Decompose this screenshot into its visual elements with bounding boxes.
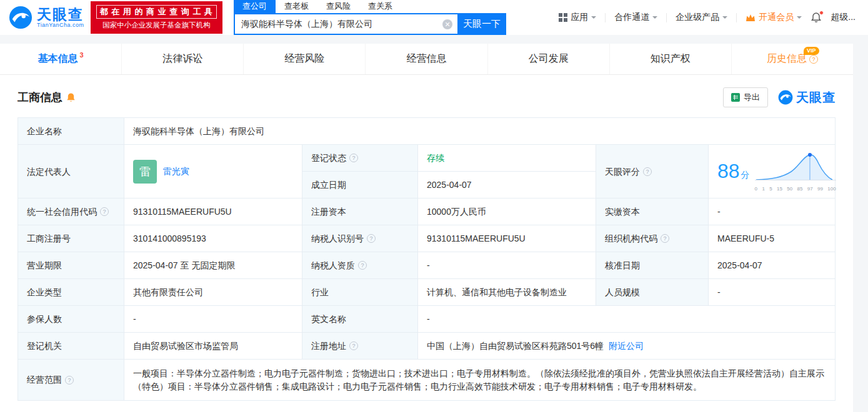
tab-history-info[interactable]: VIP 历史信息 — [732, 44, 853, 74]
table-row: 参保人数 - 英文名称 - — [18, 306, 836, 333]
reg-authority-value: 自由贸易试验区市场监管局 — [124, 333, 302, 360]
field-label: 参保人数 — [18, 306, 124, 333]
nav-open-vip[interactable]: 开通会员 — [746, 12, 802, 23]
main-container: 基本信息 3 法律诉讼 经营风险 经营信息 公司发展 知识产权 VIP 历史信息… — [0, 44, 853, 412]
field-label: 纳税人资质 — [302, 252, 418, 279]
field-label: 法定代表人 — [18, 145, 124, 199]
tab-intellectual-property[interactable]: 知识产权 — [610, 44, 732, 74]
score-unit: 分 — [741, 170, 750, 180]
tianyan-score-cell[interactable]: 88分 01 — [709, 145, 836, 199]
field-label: 登记机关 — [18, 333, 124, 360]
org-code-value: MAEERUFU-5 — [709, 225, 836, 252]
help-icon[interactable] — [358, 261, 367, 270]
paid-capital-value: - — [709, 199, 836, 225]
field-label: 英文名称 — [302, 306, 418, 333]
tab-label: 经营信息 — [406, 52, 446, 66]
staff-size-value: - — [709, 279, 836, 306]
reg-status-value: 存续 — [418, 145, 596, 172]
field-label: 实缴资本 — [596, 199, 709, 225]
chevron-down-icon — [652, 16, 657, 21]
field-label: 登记状态 — [302, 145, 418, 172]
nav-super-label: 超级... — [831, 12, 856, 23]
chevron-down-icon — [722, 16, 727, 21]
brand-slogan-badge: 都 在 用 的 商 业 查 询 工 具 国家中小企业发展子基金旗下机构 — [91, 1, 223, 33]
help-icon[interactable] — [100, 207, 109, 216]
divider — [605, 13, 606, 22]
table-row: 企业类型 其他有限责任公司 行业 计算机、通信和其他电子设备制造业 人员规模 - — [18, 279, 836, 306]
watermark-brand: 天眼查 — [778, 89, 836, 106]
industry-value: 计算机、通信和其他电子设备制造业 — [418, 279, 596, 306]
table-row: 经营范围 一般项目：半导体分立器件制造；电力电子元器件制造；货物进出口；技术进出… — [18, 360, 836, 401]
help-icon[interactable] — [367, 234, 376, 243]
table-row: 工商注册号 310141000895193 纳税人识别号 91310115MAE… — [18, 225, 836, 252]
search-tab-company[interactable]: 查公司 — [234, 0, 276, 13]
tab-operational-risk[interactable]: 经营风险 — [244, 44, 366, 74]
clear-search-icon[interactable]: ✕ — [442, 19, 452, 29]
field-label: 组织机构代码 — [596, 225, 709, 252]
excel-export-icon — [731, 93, 740, 102]
help-icon[interactable] — [661, 234, 669, 243]
logo-name: 天眼查 — [37, 7, 84, 22]
field-label: 行业 — [302, 279, 418, 306]
search-type-tabs: 查公司 查老板 查风险 查关系 — [234, 0, 506, 13]
company-name-value: 海驭能科半导体（上海）有限公司 — [124, 118, 836, 145]
nav-apps[interactable]: 应用 — [559, 12, 596, 23]
field-label: 营业期限 — [18, 252, 124, 279]
legal-rep-cell: 雷 雷光寅 — [124, 145, 302, 199]
tab-basic-info[interactable]: 基本信息 3 — [0, 44, 122, 74]
company-detail-tabs: 基本信息 3 法律诉讼 经营风险 经营信息 公司发展 知识产权 VIP 历史信息 — [0, 44, 853, 75]
tab-label: 知识产权 — [651, 52, 691, 66]
tab-count-badge: 3 — [80, 51, 84, 59]
company-type-value: 其他有限责任公司 — [124, 279, 302, 306]
header-search: 查公司 查老板 查风险 查关系 ✕ 天眼一下 — [234, 0, 506, 35]
search-tab-relation[interactable]: 查关系 — [359, 0, 401, 13]
legal-rep-avatar[interactable]: 雷 — [133, 160, 157, 184]
tab-business-info[interactable]: 经营信息 — [366, 44, 487, 74]
slogan-line2: 国家中小企业发展子基金旗下机构 — [96, 21, 217, 31]
search-button[interactable]: 天眼一下 — [457, 13, 506, 35]
crown-icon — [746, 14, 756, 22]
top-right-nav: 应用 合作通道 企业级产品 开通会员 超级 — [559, 12, 859, 23]
watermark-brand-name: 天眼查 — [796, 89, 836, 106]
search-tab-risk[interactable]: 查风险 — [317, 0, 359, 13]
notifications-bell[interactable] — [811, 12, 822, 23]
est-date-value: 2025-04-07 — [418, 172, 596, 199]
nav-super-vip[interactable]: 超级... — [831, 12, 856, 23]
search-tab-boss[interactable]: 查老板 — [276, 0, 317, 13]
table-row: 登记机关 自由贸易试验区市场监管局 注册地址 中国（上海）自由贸易试验区科苑路5… — [18, 333, 836, 360]
reg-capital-value: 10000万人民币 — [418, 199, 596, 225]
english-name-value: - — [418, 306, 836, 333]
tab-label: 经营风险 — [284, 52, 324, 66]
nav-cooperation[interactable]: 合作通道 — [614, 12, 657, 23]
help-icon[interactable] — [349, 154, 358, 162]
business-registration-section: 工商信息 导出 — [0, 75, 853, 412]
logo-text: 天眼查 TianYanCha.com — [37, 7, 84, 28]
tab-legal-proceedings[interactable]: 法律诉讼 — [122, 44, 244, 74]
help-icon[interactable] — [65, 376, 74, 385]
divider — [736, 13, 737, 22]
nearby-company-link[interactable]: 附近公司 — [609, 341, 644, 351]
legal-rep-link[interactable]: 雷光寅 — [163, 165, 189, 177]
monitor-bell-icon[interactable] — [66, 92, 76, 102]
help-icon[interactable] — [809, 55, 818, 64]
help-icon[interactable] — [643, 167, 652, 176]
help-icon[interactable] — [349, 341, 358, 350]
export-button[interactable]: 导出 — [723, 87, 768, 107]
tab-label: 基本信息 — [38, 52, 78, 66]
business-scope-value: 一般项目：半导体分立器件制造；电力电子元器件制造；货物进出口；技术进出口；电子专… — [124, 360, 836, 401]
chevron-down-icon — [797, 16, 802, 21]
header-spacer — [0, 35, 868, 44]
field-label: 纳税人识别号 — [302, 225, 418, 252]
tab-company-development[interactable]: 公司发展 — [488, 44, 610, 74]
score-value: 88 — [717, 160, 740, 182]
nav-enterprise-products[interactable]: 企业级产品 — [676, 12, 727, 23]
grid-apps-icon — [559, 13, 567, 22]
reg-address-value: 中国（上海）自由贸易试验区科苑路501号6幢 附近公司 — [418, 333, 836, 360]
tianyancha-logo[interactable]: 天眼查 TianYanCha.com — [9, 6, 84, 29]
field-label: 统一社会信用代码 — [18, 199, 124, 225]
taxpayer-id-value: 91310115MAEERUFU5U — [418, 225, 596, 252]
field-label: 成立日期 — [302, 172, 418, 199]
logo-domain: TianYanCha.com — [37, 22, 84, 28]
search-input[interactable] — [234, 13, 457, 35]
vip-badge: VIP — [804, 47, 819, 55]
